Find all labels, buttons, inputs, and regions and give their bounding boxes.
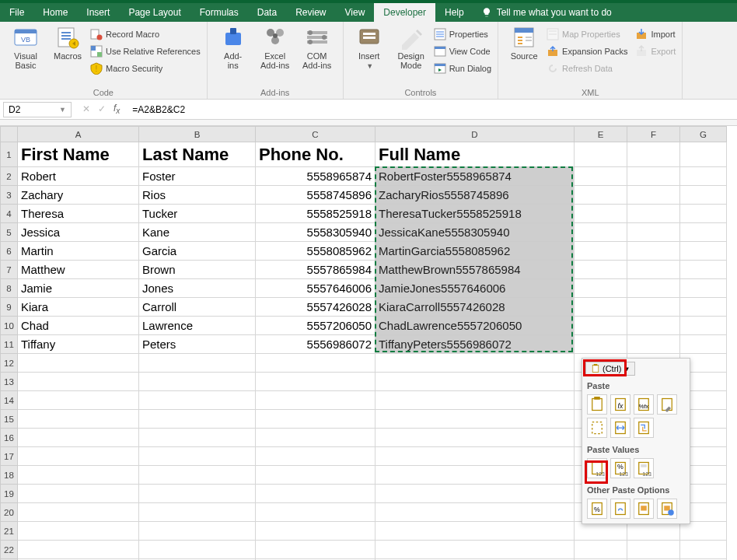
tab-page-layout[interactable]: Page Layout xyxy=(119,3,190,22)
cell[interactable] xyxy=(139,447,256,466)
cell[interactable]: Peters xyxy=(139,335,256,354)
cell[interactable]: Kane xyxy=(139,223,256,242)
cell[interactable] xyxy=(680,541,727,559)
cell[interactable] xyxy=(680,186,727,205)
cell[interactable] xyxy=(627,298,680,317)
select-all-corner[interactable] xyxy=(1,127,18,142)
cell[interactable] xyxy=(256,503,375,522)
cell[interactable] xyxy=(575,298,627,317)
cell[interactable]: Robert xyxy=(18,167,139,186)
row-header[interactable]: 11 xyxy=(1,335,18,354)
cell[interactable] xyxy=(575,335,627,354)
cell[interactable] xyxy=(627,317,680,335)
cell[interactable] xyxy=(18,373,139,391)
col-header[interactable]: E xyxy=(575,127,627,142)
cell[interactable]: Jamie xyxy=(18,279,139,298)
cell[interactable] xyxy=(256,373,375,391)
cell[interactable]: 5556986072 xyxy=(256,335,375,354)
cell[interactable] xyxy=(18,354,139,373)
grid[interactable]: A B C D E F G 1First NameLast NamePhone … xyxy=(0,126,737,560)
paste-no-borders-button[interactable] xyxy=(587,418,607,438)
paste-keep-source-button[interactable] xyxy=(657,394,677,415)
map-properties-button[interactable]: Map Properties xyxy=(547,26,627,42)
cell[interactable] xyxy=(256,410,375,429)
paste-link-button[interactable] xyxy=(610,499,630,519)
macros-button[interactable]: Macros xyxy=(48,25,87,61)
cell[interactable] xyxy=(575,167,627,186)
cell[interactable] xyxy=(18,503,139,522)
row-header[interactable]: 22 xyxy=(1,541,18,559)
paste-linked-picture-button[interactable] xyxy=(657,499,677,519)
cell[interactable]: 5557865984 xyxy=(256,261,375,279)
cell[interactable]: Carroll xyxy=(139,298,256,317)
refresh-data-button[interactable]: Refresh Data xyxy=(547,61,627,76)
cell[interactable] xyxy=(139,429,256,447)
insert-control-button[interactable]: Insert ▼ xyxy=(350,25,389,70)
cell[interactable] xyxy=(375,410,575,429)
cell[interactable] xyxy=(680,298,727,317)
use-relative-refs-button[interactable]: Use Relative References xyxy=(90,44,201,59)
row-header[interactable]: 5 xyxy=(1,223,18,242)
cell[interactable]: Kiara xyxy=(18,298,139,317)
cell[interactable] xyxy=(18,522,139,541)
row-header[interactable]: 12 xyxy=(1,354,18,373)
properties-button[interactable]: Properties xyxy=(434,26,491,42)
cell[interactable]: 5557646006 xyxy=(256,279,375,298)
cell[interactable]: JessicaKane5558305940 xyxy=(375,223,575,242)
tab-insert[interactable]: Insert xyxy=(77,3,119,22)
row-header[interactable]: 15 xyxy=(1,410,18,429)
formula-input[interactable] xyxy=(127,100,737,119)
cell[interactable] xyxy=(139,503,256,522)
tab-view[interactable]: View xyxy=(336,3,375,22)
cell[interactable]: Chad xyxy=(18,317,139,335)
cell[interactable]: Full Name xyxy=(375,142,575,167)
cell[interactable] xyxy=(627,541,680,559)
cell[interactable] xyxy=(375,541,575,559)
cell[interactable]: Martin xyxy=(18,242,139,261)
cell[interactable] xyxy=(680,261,727,279)
cell[interactable] xyxy=(575,142,627,167)
tab-help[interactable]: Help xyxy=(435,3,473,22)
tab-review[interactable]: Review xyxy=(286,3,335,22)
cell[interactable] xyxy=(256,354,375,373)
cell[interactable] xyxy=(680,335,727,354)
cell[interactable] xyxy=(627,335,680,354)
cell[interactable] xyxy=(627,205,680,223)
name-box[interactable]: D2 ▼ xyxy=(3,102,72,117)
paste-transpose-button[interactable] xyxy=(634,418,654,438)
cell[interactable]: RobertFoster5558965874 xyxy=(375,167,575,186)
cell[interactable]: Jones xyxy=(139,279,256,298)
cell[interactable] xyxy=(575,186,627,205)
cell[interactable] xyxy=(18,410,139,429)
cell[interactable] xyxy=(575,261,627,279)
cell[interactable] xyxy=(256,522,375,541)
cell[interactable] xyxy=(627,242,680,261)
row-header[interactable]: 10 xyxy=(1,317,18,335)
enter-formula-icon[interactable]: ✓ xyxy=(98,103,106,114)
cell[interactable] xyxy=(256,466,375,485)
cell[interactable] xyxy=(680,223,727,242)
cell[interactable] xyxy=(139,541,256,559)
cell[interactable] xyxy=(139,485,256,503)
record-macro-button[interactable]: Record Macro xyxy=(90,26,201,42)
cell[interactable]: Zachary xyxy=(18,186,139,205)
cell[interactable] xyxy=(139,391,256,410)
fx-icon[interactable]: fx xyxy=(114,103,120,115)
row-header[interactable]: 16 xyxy=(1,429,18,447)
cell[interactable]: 5558965874 xyxy=(256,167,375,186)
cell[interactable] xyxy=(575,522,627,541)
cell[interactable] xyxy=(627,142,680,167)
cell[interactable]: Tiffany xyxy=(18,335,139,354)
cell[interactable]: 5558305940 xyxy=(256,223,375,242)
col-header[interactable]: G xyxy=(680,127,727,142)
source-button[interactable]: Source xyxy=(505,25,543,61)
macro-security-button[interactable]: ! Macro Security xyxy=(90,61,201,76)
cell[interactable]: Garcia xyxy=(139,242,256,261)
cell[interactable] xyxy=(575,223,627,242)
tab-developer[interactable]: Developer xyxy=(374,3,435,22)
cell[interactable] xyxy=(375,522,575,541)
cell[interactable] xyxy=(139,373,256,391)
cell[interactable] xyxy=(375,466,575,485)
row-header[interactable]: 1 xyxy=(1,142,18,167)
tab-formulas[interactable]: Formulas xyxy=(190,3,248,22)
